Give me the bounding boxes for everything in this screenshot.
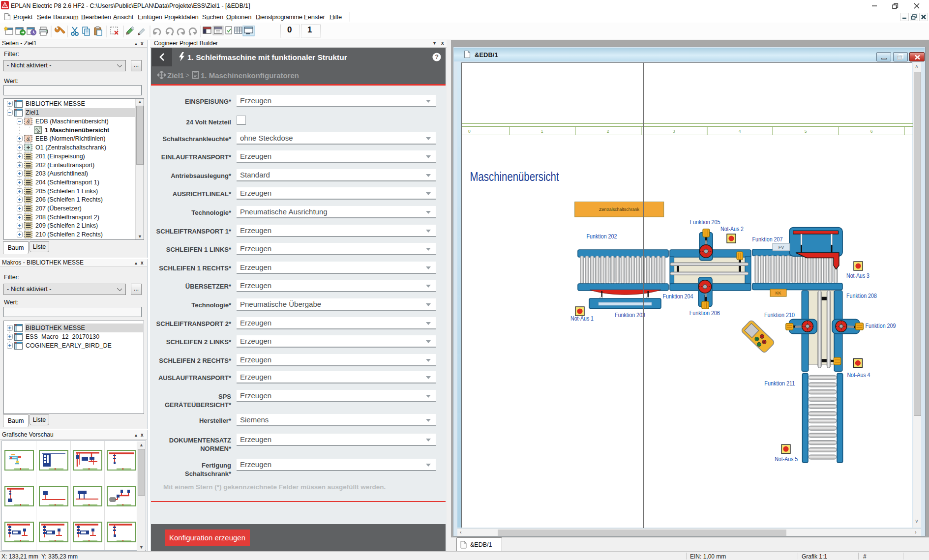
- svg-text:5: 5: [805, 129, 807, 134]
- svg-text:&: &: [27, 136, 30, 142]
- svg-text:Not-Aus 5: Not-Aus 5: [775, 456, 798, 463]
- svg-text:Funktion 205: Funktion 205: [690, 219, 720, 226]
- svg-text:Not-Aus 1: Not-Aus 1: [570, 315, 594, 322]
- svg-text:Not-Aus 2: Not-Aus 2: [720, 226, 744, 233]
- svg-text:Funktion 209: Funktion 209: [866, 323, 896, 329]
- svg-text:0: 0: [468, 129, 471, 134]
- svg-text:Funktion 210: Funktion 210: [764, 312, 795, 319]
- svg-text:Not-Aus 4: Not-Aus 4: [847, 372, 870, 379]
- svg-text:Not-Aus 3: Not-Aus 3: [846, 272, 869, 279]
- svg-text:Funktion 206: Funktion 206: [689, 310, 720, 317]
- svg-text:2: 2: [607, 129, 609, 134]
- svg-text:Funktion 207: Funktion 207: [752, 236, 783, 243]
- svg-text:?: ?: [435, 54, 439, 60]
- svg-text:&: &: [27, 118, 30, 124]
- svg-text:Zentralschaltschrank: Zentralschaltschrank: [599, 207, 639, 212]
- svg-text:1: 1: [541, 129, 543, 134]
- svg-text:Funktion 202: Funktion 202: [587, 233, 617, 240]
- svg-text:Maschinenübersicht: Maschinenübersicht: [470, 169, 559, 184]
- svg-text:Funktion 208: Funktion 208: [846, 293, 877, 299]
- svg-text:6: 6: [870, 129, 873, 134]
- svg-text:KK: KK: [775, 291, 781, 295]
- svg-text:4: 4: [739, 129, 741, 134]
- svg-text:Funktion 204: Funktion 204: [663, 293, 693, 300]
- svg-text:Funktion 211: Funktion 211: [764, 380, 795, 387]
- svg-text:3: 3: [673, 129, 675, 134]
- svg-text:Funktion 203: Funktion 203: [615, 312, 645, 319]
- svg-text:FV: FV: [779, 245, 784, 250]
